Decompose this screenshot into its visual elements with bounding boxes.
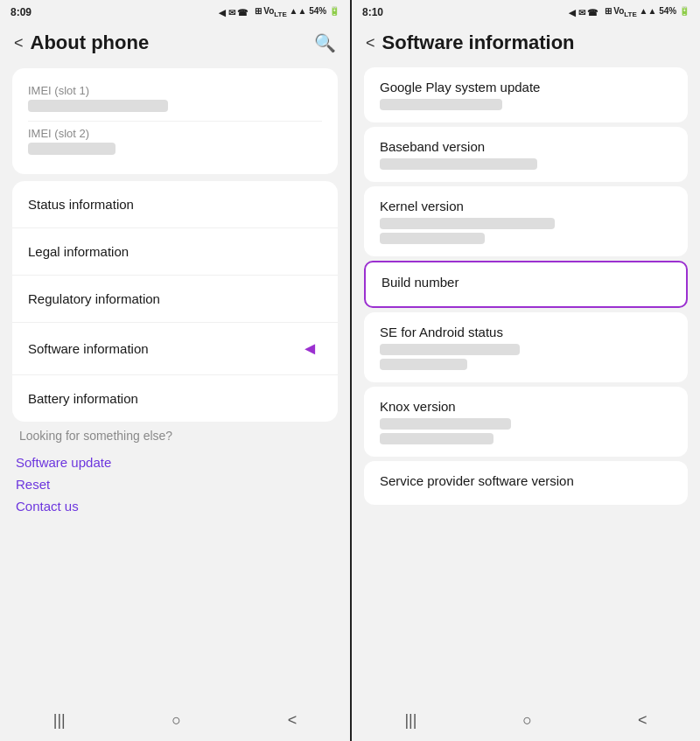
build-number-label: Build number (382, 275, 670, 290)
highlight-arrow-icon: ◄ (301, 339, 318, 359)
right-menu-nav-icon[interactable]: ||| (404, 711, 416, 730)
menu-item-status[interactable]: Status information (12, 181, 338, 228)
left-back-nav-icon[interactable]: < (288, 711, 298, 730)
right-notification-icons: ◀ ✉ ☎ (569, 8, 598, 17)
right-phone-panel: 8:10 ◀ ✉ ☎ ⊞ VoLTE ▲▲ 54% 🔋 < Software i… (350, 0, 700, 741)
left-menu-nav-icon[interactable]: ||| (53, 711, 66, 730)
search-icon[interactable]: 🔍 (314, 32, 336, 53)
google-play-item[interactable]: Google Play system update (364, 67, 688, 122)
looking-section: Looking for something else? Software upd… (12, 429, 338, 517)
right-home-nav-icon[interactable]: ○ (522, 711, 532, 730)
baseband-value (380, 158, 537, 170)
left-home-nav-icon[interactable]: ○ (172, 711, 181, 730)
imei-section: IMEI (slot 1) IMEI (slot 2) (12, 68, 338, 174)
about-phone-menu: Status information Legal information Reg… (12, 181, 338, 422)
service-provider-label: Service provider software version (380, 473, 672, 488)
imei-slot2-row: IMEI (slot 2) (28, 122, 322, 164)
kernel-value2 (380, 233, 485, 244)
se-android-value2 (380, 359, 467, 370)
se-android-item[interactable]: SE for Android status (364, 312, 688, 382)
right-nav-bar: ||| ○ < (352, 703, 700, 741)
knox-value2 (380, 433, 494, 444)
left-time: 8:09 (10, 6, 32, 18)
left-back-button[interactable]: < (14, 34, 24, 52)
left-nav-bar: ||| ○ < (0, 703, 350, 741)
baseband-item[interactable]: Baseband version (364, 127, 688, 182)
knox-value1 (380, 418, 511, 430)
left-content: IMEI (slot 1) IMEI (slot 2) Status infor… (0, 63, 350, 703)
service-provider-item[interactable]: Service provider software version (364, 461, 688, 505)
menu-item-legal[interactable]: Legal information (12, 228, 338, 276)
left-status-icons: ◀ ✉ ☎ ⊞ VoLTE ▲▲ 54% 🔋 (219, 6, 340, 18)
build-number-item[interactable]: Build number (364, 261, 688, 308)
reset-link[interactable]: Reset (16, 473, 334, 495)
left-header-title: About phone (31, 31, 150, 54)
right-status-icons: ◀ ✉ ☎ ⊞ VoLTE ▲▲ 54% 🔋 (569, 6, 690, 18)
google-play-value (380, 99, 502, 110)
baseband-label: Baseband version (380, 139, 672, 154)
right-time: 8:10 (362, 6, 383, 18)
imei-slot2-value (28, 143, 116, 155)
left-status-bar: 8:09 ◀ ✉ ☎ ⊞ VoLTE ▲▲ 54% 🔋 (0, 0, 350, 24)
se-android-value1 (380, 344, 520, 355)
right-back-nav-icon[interactable]: < (638, 711, 648, 730)
looking-title: Looking for something else? (16, 429, 334, 443)
right-back-button[interactable]: < (366, 34, 375, 52)
knox-label: Knox version (380, 399, 672, 414)
right-content: Google Play system update Baseband versi… (352, 63, 700, 703)
left-header: < About phone 🔍 (0, 24, 350, 63)
notification-icons: ◀ ✉ ☎ (219, 8, 248, 17)
imei-slot1-value (28, 100, 168, 112)
right-header: < Software information (352, 24, 700, 63)
contact-us-link[interactable]: Contact us (16, 495, 334, 517)
imei-slot1-label: IMEI (slot 1) (28, 84, 322, 97)
right-header-title: Software information (382, 31, 575, 54)
kernel-label: Kernel version (380, 199, 672, 213)
right-signal-icons: ⊞ VoLTE ▲▲ 54% 🔋 (605, 6, 690, 18)
kernel-value1 (380, 218, 555, 229)
google-play-label: Google Play system update (380, 80, 672, 94)
knox-item[interactable]: Knox version (364, 387, 688, 457)
left-phone-panel: 8:09 ◀ ✉ ☎ ⊞ VoLTE ▲▲ 54% 🔋 < About phon… (0, 0, 350, 741)
right-status-bar: 8:10 ◀ ✉ ☎ ⊞ VoLTE ▲▲ 54% 🔋 (352, 0, 700, 24)
imei-slot1-row: IMEI (slot 1) (28, 79, 322, 122)
imei-slot2-label: IMEI (slot 2) (28, 127, 322, 140)
software-update-link[interactable]: Software update (16, 451, 334, 473)
kernel-item[interactable]: Kernel version (364, 186, 688, 256)
signal-icons: ⊞ VoLTE ▲▲ 54% 🔋 (255, 6, 340, 18)
menu-item-regulatory[interactable]: Regulatory information (12, 276, 338, 323)
menu-item-software[interactable]: Software information ◄ (12, 323, 338, 375)
se-android-label: SE for Android status (380, 325, 672, 339)
menu-item-battery[interactable]: Battery information (12, 375, 338, 422)
